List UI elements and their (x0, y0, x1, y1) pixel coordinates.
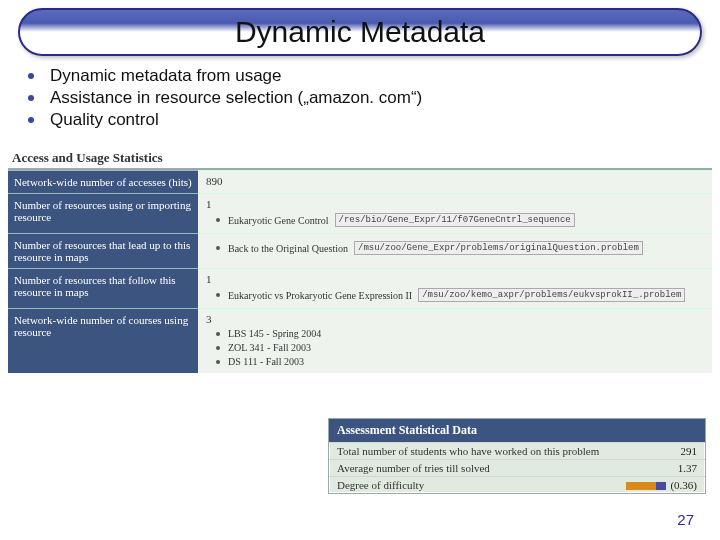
difficulty-gauge-icon (626, 482, 666, 490)
resource-item: Eukaryotic vs Prokaryotic Gene Expressio… (216, 288, 704, 302)
stats-label: Network-wide number of accesses (hits) (8, 170, 198, 193)
stats-number: 1 (206, 273, 212, 285)
stats-row: Number of resources that lead up to this… (8, 233, 712, 268)
stats-number: 1 (206, 198, 212, 210)
bullet-text: Assistance in resource selection („amazo… (50, 88, 422, 108)
disc-icon (216, 293, 220, 297)
stats-value: 890 (198, 170, 712, 193)
difficulty-value: (0.36) (670, 479, 697, 491)
stats-label: Network-wide number of courses using res… (8, 308, 198, 373)
resource-title: Back to the Original Question (228, 243, 348, 254)
bullet-text: Dynamic metadata from usage (50, 66, 282, 86)
stats-label: Number of resources that follow this res… (8, 268, 198, 308)
stats-row: Network-wide number of accesses (hits) 8… (8, 170, 712, 193)
assessment-label: Degree of difficulty (337, 479, 424, 491)
disc-icon (216, 246, 220, 250)
bullet-icon (28, 95, 34, 101)
assessment-row: Total number of students who have worked… (329, 442, 705, 459)
assessment-value: 291 (681, 445, 698, 457)
stats-label: Number of resources that lead up to this… (8, 233, 198, 268)
stats-number: 890 (206, 175, 223, 187)
resource-item: Eukaryotic Gene Control/res/bio/Gene_Exp… (216, 213, 704, 227)
stats-row: Number of resources using or importing r… (8, 193, 712, 233)
assessment-heading: Assessment Statistical Data (329, 419, 705, 442)
resource-path: /msu/zoo/Gene_Expr/problems/originalQues… (354, 241, 643, 255)
disc-icon (216, 346, 220, 350)
course-title: DS 111 - Fall 2003 (228, 356, 304, 367)
stats-label: Number of resources using or importing r… (8, 193, 198, 233)
assessment-value: (0.36) (626, 479, 697, 491)
bullet-item: Dynamic metadata from usage (28, 66, 692, 86)
course-title: ZOL 341 - Fall 2003 (228, 342, 311, 353)
assessment-row: Degree of difficulty (0.36) (329, 476, 705, 493)
access-usage-stats: Access and Usage Statistics Network-wide… (8, 148, 712, 373)
course-item: ZOL 341 - Fall 2003 (216, 342, 704, 353)
stats-row: Network-wide number of courses using res… (8, 308, 712, 373)
slide-number: 27 (677, 511, 694, 528)
resource-path: /res/bio/Gene_Expr/11/f07GeneCntrl_seque… (335, 213, 575, 227)
course-title: LBS 145 - Spring 2004 (228, 328, 321, 339)
stats-heading: Access and Usage Statistics (8, 148, 712, 170)
bullet-item: Assistance in resource selection („amazo… (28, 88, 692, 108)
resource-title: Eukaryotic vs Prokaryotic Gene Expressio… (228, 290, 412, 301)
assessment-row: Average number of tries till solved 1.37 (329, 459, 705, 476)
assessment-value: 1.37 (678, 462, 697, 474)
disc-icon (216, 218, 220, 222)
assessment-label: Total number of students who have worked… (337, 445, 599, 457)
resource-path: /msu/zoo/kemo_axpr/problems/eukvsprokII_… (418, 288, 685, 302)
stats-value: Back to the Original Question/msu/zoo/Ge… (198, 233, 712, 268)
disc-icon (216, 360, 220, 364)
bullet-list: Dynamic metadata from usage Assistance i… (28, 66, 692, 130)
slide-title: Dynamic Metadata (235, 15, 485, 49)
stats-value: 1 Eukaryotic vs Prokaryotic Gene Express… (198, 268, 712, 308)
bullet-item: Quality control (28, 110, 692, 130)
resource-title: Eukaryotic Gene Control (228, 215, 329, 226)
assessment-label: Average number of tries till solved (337, 462, 490, 474)
resource-item: Back to the Original Question/msu/zoo/Ge… (216, 241, 704, 255)
stats-row: Number of resources that follow this res… (8, 268, 712, 308)
stats-value: 1 Eukaryotic Gene Control/res/bio/Gene_E… (198, 193, 712, 233)
stats-number: 3 (206, 313, 212, 325)
bullet-icon (28, 117, 34, 123)
bullet-icon (28, 73, 34, 79)
course-item: DS 111 - Fall 2003 (216, 356, 704, 367)
stats-value: 3 LBS 145 - Spring 2004 ZOL 341 - Fall 2… (198, 308, 712, 373)
disc-icon (216, 332, 220, 336)
bullet-text: Quality control (50, 110, 159, 130)
course-item: LBS 145 - Spring 2004 (216, 328, 704, 339)
assessment-panel: Assessment Statistical Data Total number… (328, 418, 706, 494)
slide-title-bar: Dynamic Metadata (18, 8, 702, 56)
